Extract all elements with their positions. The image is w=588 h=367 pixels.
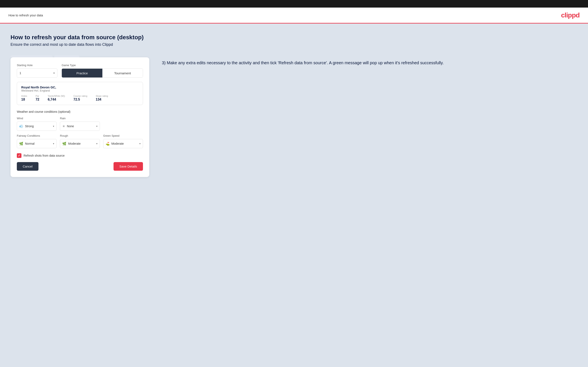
rough-icon: 🌿 <box>62 142 66 146</box>
holes-label: Holes <box>21 95 27 97</box>
course-rating-stat: Course rating 72.5 <box>73 95 87 101</box>
rough-group: Rough 🌿 Moderate ▾ <box>60 134 100 148</box>
slope-rating-stat: Slope rating 134 <box>96 95 108 101</box>
form-card: Starting Hole 1 ▾ Game Type Practice T <box>10 57 149 177</box>
wind-label: Wind <box>17 117 57 120</box>
cancel-button[interactable]: Cancel <box>17 162 38 171</box>
yards-value: 6,744 <box>48 98 65 101</box>
main-content: How to refresh your data from source (de… <box>0 24 588 365</box>
game-type-buttons: Practice Tournament <box>62 68 143 78</box>
green-speed-icon: ⛳ <box>105 142 110 146</box>
practice-button[interactable]: Practice <box>62 69 102 77</box>
game-type-group: Game Type Practice Tournament <box>62 64 143 78</box>
green-speed-select[interactable]: Moderate <box>112 142 141 145</box>
starting-hole-group: Starting Hole 1 ▾ <box>17 64 57 78</box>
course-rating-value: 72.5 <box>73 98 87 101</box>
course-stats: Holes 18 Par 72 Yards/White (M)) 6,744 <box>21 95 138 101</box>
game-type-label: Game Type <box>62 64 143 67</box>
par-stat: Par 72 <box>35 95 39 101</box>
rain-icon: ☀ <box>62 124 65 128</box>
weather-row: Wind 💨 Strong ▾ Rain ☀ <box>17 117 143 131</box>
par-label: Par <box>35 95 39 97</box>
rough-dropdown-wrapper[interactable]: 🌿 Moderate ▾ <box>60 139 100 148</box>
yards-stat: Yards/White (M)) 6,744 <box>48 95 65 101</box>
par-value: 72 <box>35 98 39 101</box>
page-title: How to refresh your data from source (de… <box>10 34 578 41</box>
refresh-checkbox[interactable] <box>17 153 21 158</box>
rough-label: Rough <box>60 134 100 137</box>
form-card-wrapper: Starting Hole 1 ▾ Game Type Practice T <box>10 55 149 177</box>
course-location: Westward Ho!, England <box>21 89 138 92</box>
fairway-group: Fairway Conditions 🌿 Normal ▾ <box>17 134 57 148</box>
header-title: How to refresh your data <box>9 13 43 17</box>
holes-value: 18 <box>21 98 27 101</box>
conditions-section-title: Weather and course conditions (optional) <box>17 110 143 113</box>
refresh-checkbox-row: Refresh shots from data source <box>17 153 143 158</box>
fairway-dropdown-wrapper[interactable]: 🌿 Normal ▾ <box>17 139 57 148</box>
rough-select[interactable]: Moderate <box>68 142 97 145</box>
top-bar <box>0 0 588 8</box>
starting-hole-select[interactable]: 1 <box>19 71 55 75</box>
save-button[interactable]: Save Details <box>113 162 143 171</box>
slope-rating-value: 134 <box>96 98 108 101</box>
green-speed-label: Green Speed <box>103 134 143 137</box>
refresh-label: Refresh shots from data source <box>24 154 65 157</box>
logo: clippd <box>561 11 579 19</box>
fairway-icon: 🌿 <box>19 142 23 146</box>
button-row: Cancel Save Details <box>17 162 143 171</box>
wind-select[interactable]: Strong <box>25 125 54 128</box>
form-top-row: Starting Hole 1 ▾ Game Type Practice T <box>17 64 143 78</box>
fairway-select[interactable]: Normal <box>25 142 54 145</box>
green-speed-group: Green Speed ⛳ Moderate ▾ <box>103 134 143 148</box>
spacer-group <box>103 117 143 131</box>
wind-group: Wind 💨 Strong ▾ <box>17 117 57 131</box>
course-rating-label: Course rating <box>73 95 87 97</box>
course-info-box: Royal North Devon GC, Westward Ho!, Engl… <box>17 82 143 105</box>
tournament-button[interactable]: Tournament <box>102 69 143 77</box>
footer: Copyright Clippd 2022 <box>0 365 588 367</box>
ground-conditions-row: Fairway Conditions 🌿 Normal ▾ Rough 🌿 <box>17 134 143 148</box>
rain-select[interactable]: None <box>67 125 97 128</box>
rain-label: Rain <box>60 117 100 120</box>
header: How to refresh your data clippd <box>0 8 588 24</box>
starting-hole-label: Starting Hole <box>17 64 57 67</box>
course-name: Royal North Devon GC, <box>21 85 138 89</box>
yards-label: Yards/White (M)) <box>48 95 65 97</box>
starting-hole-select-wrapper[interactable]: 1 ▾ <box>17 68 57 78</box>
green-speed-dropdown-wrapper[interactable]: ⛳ Moderate ▾ <box>103 139 143 148</box>
rain-dropdown-wrapper[interactable]: ☀ None ▾ <box>60 122 100 131</box>
wind-icon: 💨 <box>19 124 23 128</box>
holes-stat: Holes 18 <box>21 95 27 101</box>
rain-group: Rain ☀ None ▾ <box>60 117 100 131</box>
content-layout: Starting Hole 1 ▾ Game Type Practice T <box>10 55 578 177</box>
side-note: 3) Make any extra edits necessary to the… <box>162 55 578 66</box>
slope-rating-label: Slope rating <box>96 95 108 97</box>
fairway-label: Fairway Conditions <box>17 134 57 137</box>
page-subtitle: Ensure the correct and most up to date d… <box>10 42 578 47</box>
side-note-text: 3) Make any extra edits necessary to the… <box>162 59 578 66</box>
wind-dropdown-wrapper[interactable]: 💨 Strong ▾ <box>17 122 57 131</box>
